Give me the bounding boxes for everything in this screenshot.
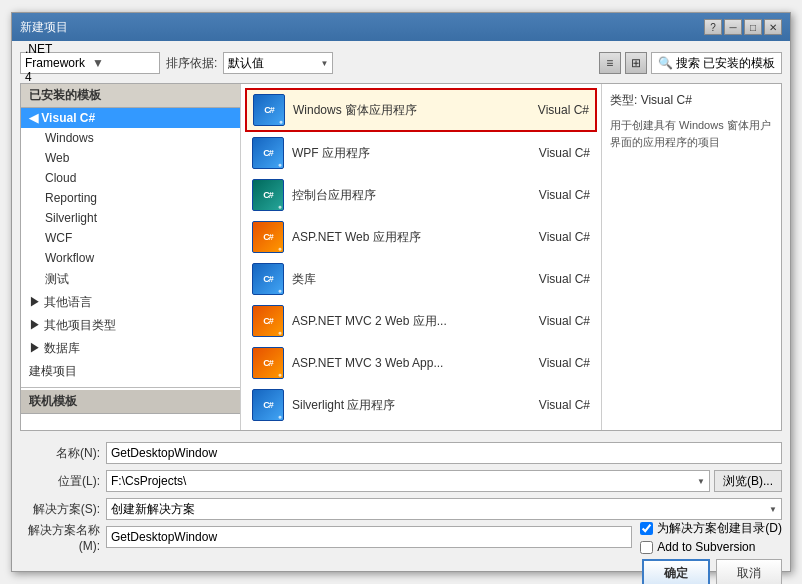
- template-item[interactable]: C# ● ASP.NET MVC 2 Web 应用... Visual C#: [245, 300, 597, 342]
- template-lang: Visual C#: [520, 230, 590, 244]
- solution-name-row: 解决方案名称(M): 为解决方案创建目录(D) Add to Subversio…: [20, 525, 782, 549]
- template-icon: C# ●: [252, 179, 284, 211]
- template-icon: C# ●: [253, 94, 285, 126]
- solution-name-input[interactable]: [106, 526, 632, 548]
- location-select[interactable]: F:\CsProjects\ ▼: [106, 470, 710, 492]
- maximize-button[interactable]: □: [744, 19, 762, 35]
- visual-csharp-header[interactable]: ◀ Visual C#: [21, 108, 240, 128]
- template-item[interactable]: C# ● ASP.NET Web 应用程序 Visual C#: [245, 216, 597, 258]
- template-lang: Visual C#: [519, 103, 589, 117]
- dialog-title: 新建项目: [20, 19, 68, 36]
- name-input[interactable]: [106, 442, 782, 464]
- solution-dropdown-arrow: ▼: [769, 505, 777, 514]
- checkbox1-label: 为解决方案创建目录(D): [657, 520, 782, 537]
- checkbox-area: 为解决方案创建目录(D) Add to Subversion: [640, 520, 782, 554]
- checkbox1-row: 为解决方案创建目录(D): [640, 520, 782, 537]
- help-button[interactable]: ?: [704, 19, 722, 35]
- template-icon: C# ●: [252, 347, 284, 379]
- template-item[interactable]: C# ● 控制台应用程序 Visual C#: [245, 174, 597, 216]
- browse-button[interactable]: 浏览(B)...: [714, 470, 782, 492]
- sort-label: 排序依据:: [166, 55, 217, 72]
- sidebar-item-otherlang[interactable]: ▶ 其他语言: [21, 291, 240, 314]
- template-name: Windows 窗体应用程序: [293, 102, 511, 119]
- sidebar: 已安装的模板 ◀ Visual C# Windows Web Cloud Rep…: [21, 84, 241, 430]
- template-icon: C# ●: [252, 263, 284, 295]
- template-name: ASP.NET MVC 3 Web App...: [292, 356, 512, 370]
- sidebar-item-database[interactable]: ▶ 数据库: [21, 337, 240, 360]
- sidebar-item-wcf[interactable]: WCF: [29, 228, 240, 248]
- template-item[interactable]: C# ● WPF 应用程序 Visual C#: [245, 132, 597, 174]
- template-item[interactable]: C# ● Windows 窗体应用程序 Visual C#: [245, 88, 597, 132]
- visual-csharp-children: Windows Web Cloud Reporting Silverlight …: [21, 128, 240, 291]
- template-lang: Visual C#: [520, 272, 590, 286]
- view-list-button[interactable]: ≡: [599, 52, 621, 74]
- dialog-content: .NET Framework 4 ▼ 排序依据: 默认值 ▼ ≡ ⊞ 🔍 搜索 …: [12, 41, 790, 584]
- search-icon: 🔍: [658, 56, 673, 70]
- checkbox2-row: Add to Subversion: [640, 540, 782, 554]
- template-item[interactable]: C# ● ASP.NET MVC 3 Web App... Visual C#: [245, 342, 597, 384]
- template-lang: Visual C#: [520, 398, 590, 412]
- ok-cancel-row: 确定 取消: [20, 555, 782, 584]
- visual-csharp-group: ◀ Visual C# Windows Web Cloud Reporting …: [21, 108, 240, 291]
- location-dropdown-arrow: ▼: [697, 477, 705, 486]
- minimize-button[interactable]: ─: [724, 19, 742, 35]
- checkbox2-label: Add to Subversion: [657, 540, 755, 554]
- sort-dropdown-arrow: ▼: [320, 59, 328, 68]
- name-row: 名称(N):: [20, 441, 782, 465]
- solution-label: 解决方案(S):: [20, 501, 100, 518]
- template-icon: C# ●: [252, 389, 284, 421]
- search-placeholder: 搜索 已安装的模板: [676, 55, 775, 72]
- create-dir-checkbox[interactable]: [640, 522, 653, 535]
- main-area: 已安装的模板 ◀ Visual C# Windows Web Cloud Rep…: [20, 83, 782, 431]
- sidebar-item-reporting[interactable]: Reporting: [29, 188, 240, 208]
- top-toolbar: .NET Framework 4 ▼ 排序依据: 默认值 ▼ ≡ ⊞ 🔍 搜索 …: [20, 49, 782, 77]
- location-label: 位置(L):: [20, 473, 100, 490]
- sidebar-item-web[interactable]: Web: [29, 148, 240, 168]
- template-item[interactable]: C# ● 类库 Visual C#: [245, 258, 597, 300]
- template-lang: Visual C#: [520, 314, 590, 328]
- name-label: 名称(N):: [20, 445, 100, 462]
- template-list: C# ● Windows 窗体应用程序 Visual C# C# ● WPF 应…: [241, 84, 601, 430]
- template-name: WPF 应用程序: [292, 145, 512, 162]
- sidebar-divider: [21, 387, 240, 388]
- new-project-dialog: 新建项目 ? ─ □ ✕ .NET Framework 4 ▼ 排序依据: 默认…: [11, 12, 791, 572]
- solution-value: 创建新解决方案: [111, 501, 195, 518]
- offline-templates-title: 联机模板: [21, 390, 240, 414]
- add-subversion-checkbox[interactable]: [640, 541, 653, 554]
- sidebar-item-cloud[interactable]: Cloud: [29, 168, 240, 188]
- template-name: 控制台应用程序: [292, 187, 512, 204]
- title-bar-buttons: ? ─ □ ✕: [704, 19, 782, 35]
- template-name: ASP.NET MVC 2 Web 应用...: [292, 313, 512, 330]
- solution-select[interactable]: 创建新解决方案 ▼: [106, 498, 782, 520]
- location-value: F:\CsProjects\: [111, 474, 186, 488]
- ok-button[interactable]: 确定: [642, 559, 710, 584]
- sidebar-item-buildproj[interactable]: 建模项目: [21, 360, 240, 383]
- sidebar-item-windows[interactable]: Windows: [29, 128, 240, 148]
- sidebar-item-silverlight[interactable]: Silverlight: [29, 208, 240, 228]
- visual-csharp-label: ◀ Visual C#: [29, 111, 95, 125]
- template-icon: C# ●: [252, 137, 284, 169]
- template-icon: C# ●: [252, 221, 284, 253]
- sort-select[interactable]: 默认值 ▼: [223, 52, 333, 74]
- close-button[interactable]: ✕: [764, 19, 782, 35]
- template-name: Silverlight 应用程序: [292, 397, 512, 414]
- framework-dropdown-arrow: ▼: [92, 56, 155, 70]
- details-type: 类型: Visual C#: [610, 92, 773, 109]
- details-description: 用于创建具有 Windows 窗体用户界面的应用程序的项目: [610, 117, 773, 150]
- location-input-group: F:\CsProjects\ ▼ 浏览(B)...: [106, 470, 782, 492]
- template-lang: Visual C#: [520, 146, 590, 160]
- search-button[interactable]: 🔍 搜索 已安装的模板: [651, 52, 782, 74]
- title-bar: 新建项目 ? ─ □ ✕: [12, 13, 790, 41]
- view-grid-button[interactable]: ⊞: [625, 52, 647, 74]
- bottom-form: 名称(N): 位置(L): F:\CsProjects\ ▼ 浏览(B)... …: [20, 437, 782, 549]
- framework-select[interactable]: .NET Framework 4 ▼: [20, 52, 160, 74]
- sidebar-item-otherproj[interactable]: ▶ 其他项目类型: [21, 314, 240, 337]
- installed-templates-title: 已安装的模板: [21, 84, 240, 108]
- template-lang: Visual C#: [520, 188, 590, 202]
- template-name: 类库: [292, 271, 512, 288]
- cancel-button[interactable]: 取消: [716, 559, 782, 584]
- template-name: ASP.NET Web 应用程序: [292, 229, 512, 246]
- sidebar-item-test[interactable]: 测试: [29, 268, 240, 291]
- template-item[interactable]: C# ● Silverlight 应用程序 Visual C#: [245, 384, 597, 426]
- sidebar-item-workflow[interactable]: Workflow: [29, 248, 240, 268]
